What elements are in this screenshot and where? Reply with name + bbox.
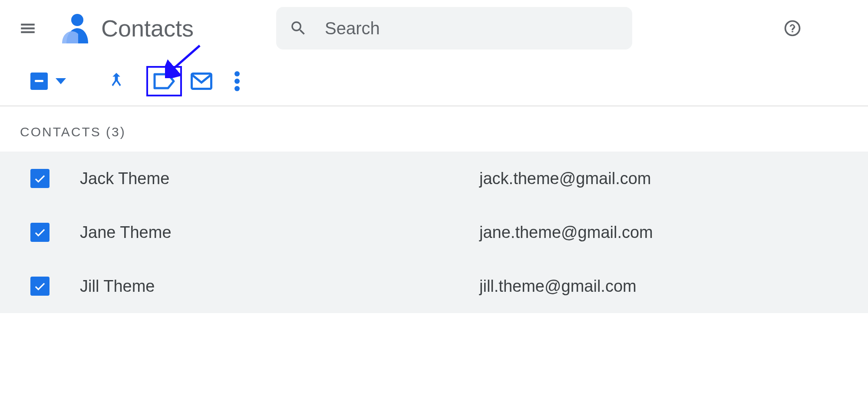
- hamburger-menu-icon: [19, 19, 37, 37]
- contacts-section-header: CONTACTS (3): [0, 106, 868, 152]
- main-menu-button[interactable]: [17, 18, 38, 39]
- help-icon: [783, 19, 802, 38]
- contact-email: jill.theme@gmail.com: [479, 277, 637, 296]
- selection-toolbar: [0, 56, 868, 106]
- dropdown-caret-icon: [56, 78, 66, 84]
- contact-name: Jane Theme: [80, 223, 479, 242]
- svg-point-2: [234, 71, 240, 76]
- svg-point-3: [234, 79, 240, 84]
- check-icon: [33, 172, 46, 185]
- contact-checkbox[interactable]: [30, 277, 50, 296]
- search-input[interactable]: [325, 19, 619, 38]
- search-bar[interactable]: [276, 7, 632, 50]
- contact-email: jack.theme@gmail.com: [479, 169, 651, 188]
- contacts-list: Jack Theme jack.theme@gmail.com Jane The…: [0, 152, 868, 313]
- mail-icon: [191, 73, 212, 90]
- contact-checkbox[interactable]: [30, 223, 50, 242]
- app-header: Contacts: [0, 0, 868, 56]
- more-vertical-icon: [234, 70, 240, 92]
- label-icon: [153, 73, 175, 89]
- send-email-button[interactable]: [191, 73, 212, 90]
- contact-row[interactable]: Jack Theme jack.theme@gmail.com: [0, 152, 868, 205]
- help-button[interactable]: [782, 18, 803, 39]
- contact-row[interactable]: Jane Theme jane.theme@gmail.com: [0, 205, 868, 259]
- svg-point-0: [71, 14, 83, 26]
- contact-checkbox[interactable]: [30, 169, 50, 188]
- svg-point-4: [234, 86, 240, 91]
- search-icon: [289, 19, 307, 37]
- merge-icon: [107, 71, 125, 91]
- contact-email: jane.theme@gmail.com: [479, 223, 653, 242]
- app-title: Contacts: [101, 15, 194, 42]
- select-all-dropdown[interactable]: [30, 73, 66, 90]
- more-actions-button[interactable]: [234, 70, 240, 92]
- contact-name: Jack Theme: [80, 169, 479, 188]
- manage-labels-button[interactable]: [146, 66, 182, 96]
- select-indeterminate-icon: [30, 73, 48, 90]
- contacts-logo-icon: [60, 13, 90, 43]
- check-icon: [33, 226, 46, 239]
- merge-button[interactable]: [107, 71, 125, 91]
- check-icon: [33, 280, 46, 293]
- contact-name: Jill Theme: [80, 277, 479, 296]
- contact-row[interactable]: Jill Theme jill.theme@gmail.com: [0, 259, 868, 313]
- app-logo-wrap: Contacts: [60, 13, 194, 43]
